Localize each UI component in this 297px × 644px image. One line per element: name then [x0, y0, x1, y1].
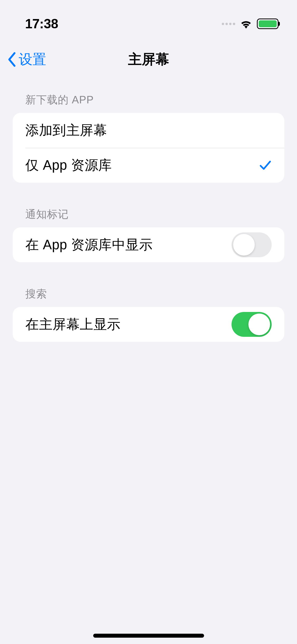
group-new-downloads: 添加到主屏幕 仅 App 资源库: [13, 113, 284, 183]
row-label: 在主屏幕上显示: [25, 315, 121, 334]
home-indicator[interactable]: [93, 634, 204, 638]
wifi-icon: [239, 19, 253, 29]
group-notification-badges: 在 App 资源库中显示: [13, 227, 284, 262]
option-app-library-only[interactable]: 仅 App 资源库: [13, 148, 284, 183]
row-label: 在 App 资源库中显示: [25, 236, 153, 254]
section-notification-badges: 通知标记 在 App 资源库中显示: [13, 207, 284, 262]
battery-icon: [257, 19, 279, 29]
option-add-to-home[interactable]: 添加到主屏幕: [13, 113, 284, 148]
status-bar: 17:38: [0, 5, 297, 42]
section-header-notification-badges: 通知标记: [13, 207, 284, 222]
toggle-show-in-library[interactable]: [232, 232, 272, 257]
option-label: 添加到主屏幕: [25, 121, 107, 140]
back-button[interactable]: 设置: [7, 50, 46, 69]
navigation-bar: 设置 主屏幕: [0, 42, 297, 77]
row-show-on-home: 在主屏幕上显示: [13, 307, 284, 342]
status-indicators: [222, 19, 279, 29]
back-label: 设置: [19, 50, 46, 69]
group-search: 在主屏幕上显示: [13, 307, 284, 342]
toggle-show-on-home[interactable]: [232, 312, 272, 337]
section-search: 搜索 在主屏幕上显示: [13, 287, 284, 342]
checkmark-icon: [259, 159, 272, 172]
row-show-in-library: 在 App 资源库中显示: [13, 227, 284, 262]
chevron-left-icon: [7, 52, 17, 67]
page-title: 主屏幕: [128, 50, 169, 69]
section-header-new-downloads: 新下载的 APP: [13, 93, 284, 107]
section-header-search: 搜索: [13, 287, 284, 301]
cellular-dots-icon: [222, 23, 235, 25]
status-time: 17:38: [25, 16, 58, 31]
section-new-downloads: 新下载的 APP 添加到主屏幕 仅 App 资源库: [13, 93, 284, 183]
option-label: 仅 App 资源库: [25, 156, 112, 174]
